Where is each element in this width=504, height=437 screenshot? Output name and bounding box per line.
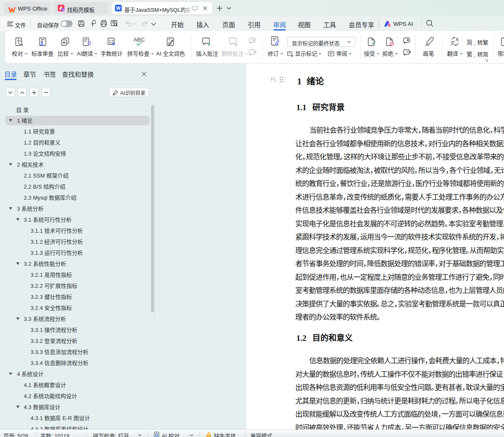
svg-text:A: A bbox=[456, 37, 459, 42]
svg-text:AI: AI bbox=[62, 8, 64, 11]
svg-text:ABC: ABC bbox=[134, 36, 145, 43]
svg-text:12: 12 bbox=[109, 39, 114, 44]
svg-text:文: 文 bbox=[450, 40, 455, 46]
